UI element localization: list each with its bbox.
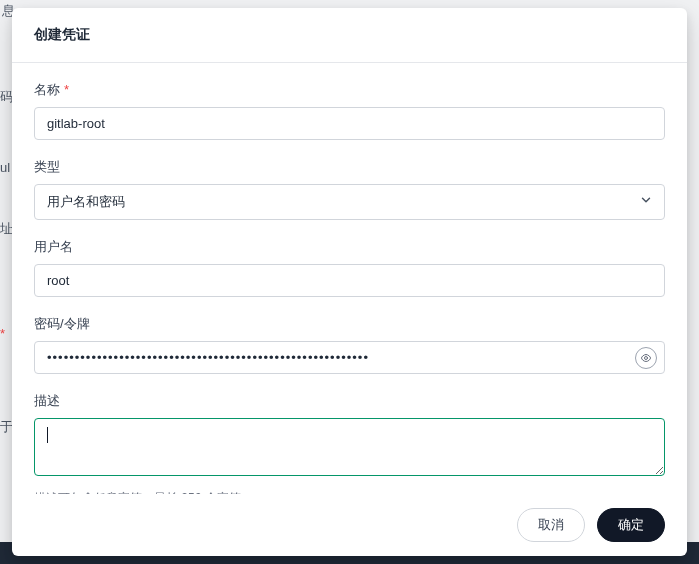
label-text: 名称	[34, 82, 60, 97]
field-type: 类型 用户名和密码	[34, 158, 665, 220]
username-input[interactable]	[34, 264, 665, 297]
username-label: 用户名	[34, 238, 665, 256]
required-mark: *	[64, 82, 69, 97]
description-label: 描述	[34, 392, 665, 410]
password-wrap	[34, 341, 665, 374]
modal-title: 创建凭证	[34, 26, 665, 44]
name-input[interactable]	[34, 107, 665, 140]
field-password: 密码/令牌	[34, 315, 665, 374]
modal-header: 创建凭证	[12, 8, 687, 63]
description-wrap	[34, 418, 665, 480]
password-input[interactable]	[34, 341, 665, 374]
eye-icon[interactable]	[635, 347, 657, 369]
bg-text: ul	[0, 160, 10, 175]
type-select-wrap: 用户名和密码	[34, 184, 665, 220]
description-textarea[interactable]	[34, 418, 665, 476]
modal-footer: 取消 确定	[12, 494, 687, 556]
modal-body: 名称* 类型 用户名和密码 用户名 密码/令牌	[12, 63, 687, 494]
type-select[interactable]: 用户名和密码	[34, 184, 665, 220]
name-label: 名称*	[34, 81, 665, 99]
cancel-button[interactable]: 取消	[517, 508, 585, 542]
confirm-button[interactable]: 确定	[597, 508, 665, 542]
type-label: 类型	[34, 158, 665, 176]
field-description: 描述 描述可包含任意字符，最长 256 个字符。	[34, 392, 665, 494]
field-username: 用户名	[34, 238, 665, 297]
field-name: 名称*	[34, 81, 665, 140]
svg-point-0	[645, 356, 648, 359]
create-credential-modal: 创建凭证 名称* 类型 用户名和密码 用户名 密码/令牌	[12, 8, 687, 556]
bg-text: *	[0, 326, 5, 341]
password-label: 密码/令牌	[34, 315, 665, 333]
